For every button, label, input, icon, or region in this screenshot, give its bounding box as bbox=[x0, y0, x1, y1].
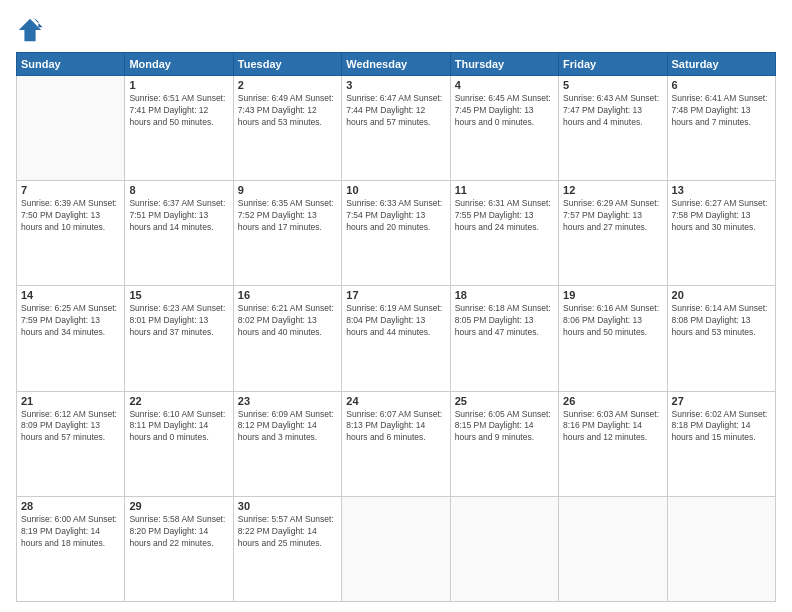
day-number: 30 bbox=[238, 500, 337, 512]
day-number: 2 bbox=[238, 79, 337, 91]
day-info: Sunrise: 6:37 AM Sunset: 7:51 PM Dayligh… bbox=[129, 198, 228, 234]
header bbox=[16, 16, 776, 44]
day-info: Sunrise: 6:18 AM Sunset: 8:05 PM Dayligh… bbox=[455, 303, 554, 339]
day-info: Sunrise: 6:45 AM Sunset: 7:45 PM Dayligh… bbox=[455, 93, 554, 129]
day-info: Sunrise: 6:27 AM Sunset: 7:58 PM Dayligh… bbox=[672, 198, 771, 234]
calendar-cell: 8Sunrise: 6:37 AM Sunset: 7:51 PM Daylig… bbox=[125, 181, 233, 286]
day-info: Sunrise: 6:49 AM Sunset: 7:43 PM Dayligh… bbox=[238, 93, 337, 129]
day-number: 6 bbox=[672, 79, 771, 91]
calendar-cell: 11Sunrise: 6:31 AM Sunset: 7:55 PM Dayli… bbox=[450, 181, 558, 286]
calendar-cell: 16Sunrise: 6:21 AM Sunset: 8:02 PM Dayli… bbox=[233, 286, 341, 391]
calendar-week-row: 7Sunrise: 6:39 AM Sunset: 7:50 PM Daylig… bbox=[17, 181, 776, 286]
day-info: Sunrise: 6:14 AM Sunset: 8:08 PM Dayligh… bbox=[672, 303, 771, 339]
calendar-week-row: 1Sunrise: 6:51 AM Sunset: 7:41 PM Daylig… bbox=[17, 76, 776, 181]
day-info: Sunrise: 6:07 AM Sunset: 8:13 PM Dayligh… bbox=[346, 409, 445, 445]
day-number: 22 bbox=[129, 395, 228, 407]
calendar-cell bbox=[667, 496, 775, 601]
calendar-cell: 15Sunrise: 6:23 AM Sunset: 8:01 PM Dayli… bbox=[125, 286, 233, 391]
day-number: 1 bbox=[129, 79, 228, 91]
day-info: Sunrise: 6:02 AM Sunset: 8:18 PM Dayligh… bbox=[672, 409, 771, 445]
day-info: Sunrise: 6:21 AM Sunset: 8:02 PM Dayligh… bbox=[238, 303, 337, 339]
day-info: Sunrise: 6:35 AM Sunset: 7:52 PM Dayligh… bbox=[238, 198, 337, 234]
calendar-cell: 26Sunrise: 6:03 AM Sunset: 8:16 PM Dayli… bbox=[559, 391, 667, 496]
day-number: 14 bbox=[21, 289, 120, 301]
weekday-header-friday: Friday bbox=[559, 53, 667, 76]
day-number: 16 bbox=[238, 289, 337, 301]
calendar-cell: 23Sunrise: 6:09 AM Sunset: 8:12 PM Dayli… bbox=[233, 391, 341, 496]
day-number: 25 bbox=[455, 395, 554, 407]
day-info: Sunrise: 6:05 AM Sunset: 8:15 PM Dayligh… bbox=[455, 409, 554, 445]
day-info: Sunrise: 6:19 AM Sunset: 8:04 PM Dayligh… bbox=[346, 303, 445, 339]
day-number: 19 bbox=[563, 289, 662, 301]
calendar-cell: 13Sunrise: 6:27 AM Sunset: 7:58 PM Dayli… bbox=[667, 181, 775, 286]
logo-icon bbox=[16, 16, 44, 44]
day-info: Sunrise: 6:47 AM Sunset: 7:44 PM Dayligh… bbox=[346, 93, 445, 129]
day-number: 28 bbox=[21, 500, 120, 512]
calendar-week-row: 28Sunrise: 6:00 AM Sunset: 8:19 PM Dayli… bbox=[17, 496, 776, 601]
day-number: 26 bbox=[563, 395, 662, 407]
calendar-cell bbox=[450, 496, 558, 601]
day-info: Sunrise: 6:51 AM Sunset: 7:41 PM Dayligh… bbox=[129, 93, 228, 129]
day-number: 13 bbox=[672, 184, 771, 196]
calendar-cell: 1Sunrise: 6:51 AM Sunset: 7:41 PM Daylig… bbox=[125, 76, 233, 181]
calendar-cell: 24Sunrise: 6:07 AM Sunset: 8:13 PM Dayli… bbox=[342, 391, 450, 496]
day-info: Sunrise: 6:29 AM Sunset: 7:57 PM Dayligh… bbox=[563, 198, 662, 234]
calendar-cell: 2Sunrise: 6:49 AM Sunset: 7:43 PM Daylig… bbox=[233, 76, 341, 181]
day-info: Sunrise: 6:00 AM Sunset: 8:19 PM Dayligh… bbox=[21, 514, 120, 550]
calendar-cell: 10Sunrise: 6:33 AM Sunset: 7:54 PM Dayli… bbox=[342, 181, 450, 286]
weekday-header-thursday: Thursday bbox=[450, 53, 558, 76]
calendar-cell: 27Sunrise: 6:02 AM Sunset: 8:18 PM Dayli… bbox=[667, 391, 775, 496]
day-info: Sunrise: 6:10 AM Sunset: 8:11 PM Dayligh… bbox=[129, 409, 228, 445]
day-number: 10 bbox=[346, 184, 445, 196]
day-info: Sunrise: 6:09 AM Sunset: 8:12 PM Dayligh… bbox=[238, 409, 337, 445]
weekday-header-sunday: Sunday bbox=[17, 53, 125, 76]
day-number: 3 bbox=[346, 79, 445, 91]
calendar-cell: 20Sunrise: 6:14 AM Sunset: 8:08 PM Dayli… bbox=[667, 286, 775, 391]
day-number: 21 bbox=[21, 395, 120, 407]
calendar-cell: 5Sunrise: 6:43 AM Sunset: 7:47 PM Daylig… bbox=[559, 76, 667, 181]
day-info: Sunrise: 5:58 AM Sunset: 8:20 PM Dayligh… bbox=[129, 514, 228, 550]
day-info: Sunrise: 5:57 AM Sunset: 8:22 PM Dayligh… bbox=[238, 514, 337, 550]
day-number: 12 bbox=[563, 184, 662, 196]
calendar-cell bbox=[559, 496, 667, 601]
day-number: 17 bbox=[346, 289, 445, 301]
day-number: 24 bbox=[346, 395, 445, 407]
day-info: Sunrise: 6:23 AM Sunset: 8:01 PM Dayligh… bbox=[129, 303, 228, 339]
day-info: Sunrise: 6:03 AM Sunset: 8:16 PM Dayligh… bbox=[563, 409, 662, 445]
calendar-cell: 4Sunrise: 6:45 AM Sunset: 7:45 PM Daylig… bbox=[450, 76, 558, 181]
day-number: 11 bbox=[455, 184, 554, 196]
calendar-cell: 14Sunrise: 6:25 AM Sunset: 7:59 PM Dayli… bbox=[17, 286, 125, 391]
day-number: 4 bbox=[455, 79, 554, 91]
weekday-header-monday: Monday bbox=[125, 53, 233, 76]
calendar-cell: 3Sunrise: 6:47 AM Sunset: 7:44 PM Daylig… bbox=[342, 76, 450, 181]
day-number: 5 bbox=[563, 79, 662, 91]
day-info: Sunrise: 6:16 AM Sunset: 8:06 PM Dayligh… bbox=[563, 303, 662, 339]
calendar-table: SundayMondayTuesdayWednesdayThursdayFrid… bbox=[16, 52, 776, 602]
day-number: 18 bbox=[455, 289, 554, 301]
calendar-cell: 29Sunrise: 5:58 AM Sunset: 8:20 PM Dayli… bbox=[125, 496, 233, 601]
calendar-cell bbox=[17, 76, 125, 181]
calendar-cell: 12Sunrise: 6:29 AM Sunset: 7:57 PM Dayli… bbox=[559, 181, 667, 286]
day-info: Sunrise: 6:43 AM Sunset: 7:47 PM Dayligh… bbox=[563, 93, 662, 129]
calendar-week-row: 21Sunrise: 6:12 AM Sunset: 8:09 PM Dayli… bbox=[17, 391, 776, 496]
calendar-cell: 17Sunrise: 6:19 AM Sunset: 8:04 PM Dayli… bbox=[342, 286, 450, 391]
day-info: Sunrise: 6:39 AM Sunset: 7:50 PM Dayligh… bbox=[21, 198, 120, 234]
day-number: 9 bbox=[238, 184, 337, 196]
day-info: Sunrise: 6:31 AM Sunset: 7:55 PM Dayligh… bbox=[455, 198, 554, 234]
calendar-cell: 19Sunrise: 6:16 AM Sunset: 8:06 PM Dayli… bbox=[559, 286, 667, 391]
calendar-week-row: 14Sunrise: 6:25 AM Sunset: 7:59 PM Dayli… bbox=[17, 286, 776, 391]
calendar-cell: 30Sunrise: 5:57 AM Sunset: 8:22 PM Dayli… bbox=[233, 496, 341, 601]
day-number: 8 bbox=[129, 184, 228, 196]
calendar-cell: 7Sunrise: 6:39 AM Sunset: 7:50 PM Daylig… bbox=[17, 181, 125, 286]
weekday-header-saturday: Saturday bbox=[667, 53, 775, 76]
day-info: Sunrise: 6:25 AM Sunset: 7:59 PM Dayligh… bbox=[21, 303, 120, 339]
calendar-cell bbox=[342, 496, 450, 601]
weekday-header-row: SundayMondayTuesdayWednesdayThursdayFrid… bbox=[17, 53, 776, 76]
day-number: 15 bbox=[129, 289, 228, 301]
calendar-cell: 25Sunrise: 6:05 AM Sunset: 8:15 PM Dayli… bbox=[450, 391, 558, 496]
calendar-cell: 6Sunrise: 6:41 AM Sunset: 7:48 PM Daylig… bbox=[667, 76, 775, 181]
day-number: 23 bbox=[238, 395, 337, 407]
day-info: Sunrise: 6:12 AM Sunset: 8:09 PM Dayligh… bbox=[21, 409, 120, 445]
day-number: 29 bbox=[129, 500, 228, 512]
day-info: Sunrise: 6:33 AM Sunset: 7:54 PM Dayligh… bbox=[346, 198, 445, 234]
